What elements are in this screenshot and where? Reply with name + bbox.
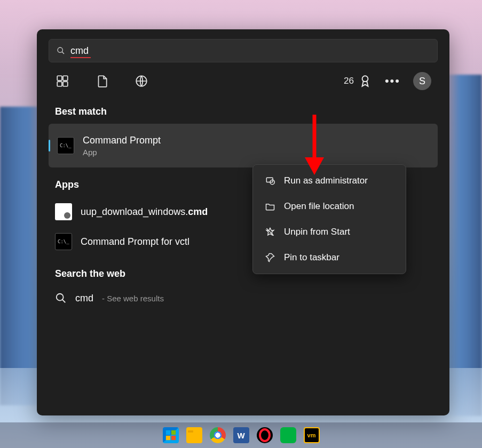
- svg-line-9: [62, 300, 66, 303]
- ctx-label: Unpin from Start: [284, 227, 350, 237]
- filter-documents-icon[interactable]: [94, 74, 109, 89]
- ctx-label: Run as administrator: [284, 175, 368, 186]
- web-hint: - See web results: [102, 294, 164, 303]
- search-input[interactable]: cmd: [49, 39, 438, 62]
- svg-point-0: [58, 47, 62, 52]
- search-icon: [57, 46, 65, 55]
- svg-rect-17: [165, 436, 170, 440]
- svg-rect-18: [171, 436, 175, 440]
- best-match-title: Command Prompt: [83, 135, 161, 146]
- web-result[interactable]: cmd - See web results: [37, 286, 449, 310]
- ctx-label: Open file location: [284, 201, 354, 212]
- rewards-icon: [358, 74, 372, 88]
- ctx-run-as-admin[interactable]: Run as administrator: [253, 168, 406, 194]
- context-menu: Run as administrator Open file location …: [252, 164, 406, 274]
- batch-file-icon: [55, 203, 72, 220]
- more-options-button[interactable]: •••: [385, 74, 400, 88]
- command-prompt-icon: C:\_: [57, 137, 74, 154]
- best-match-result[interactable]: C:\_ Command Prompt App: [49, 124, 438, 167]
- svg-rect-2: [57, 76, 62, 81]
- ctx-label: Pin to taskbar: [284, 252, 339, 263]
- command-prompt-icon: C:\_: [55, 233, 72, 250]
- web-query: cmd: [75, 293, 93, 304]
- svg-rect-5: [63, 82, 68, 86]
- taskbar-app-green[interactable]: [280, 427, 296, 443]
- taskbar-opera[interactable]: [257, 427, 273, 443]
- taskbar-word[interactable]: W: [233, 427, 249, 443]
- section-best-match: Best match: [37, 94, 449, 124]
- best-match-subtitle: App: [83, 148, 161, 157]
- shield-icon: [265, 175, 275, 186]
- avatar-initial: S: [419, 76, 425, 87]
- svg-rect-16: [171, 430, 175, 435]
- svg-rect-15: [165, 430, 170, 435]
- pin-icon: [265, 252, 275, 263]
- ctx-unpin-from-start[interactable]: Unpin from Start: [253, 219, 406, 245]
- search-icon: [55, 292, 67, 304]
- svg-rect-4: [57, 82, 62, 86]
- ctx-open-file-location[interactable]: Open file location: [253, 194, 406, 219]
- filter-row: 26 ••• S: [37, 62, 449, 94]
- svg-point-7: [362, 76, 368, 82]
- app-result-0-label: uup_download_windows.cmd: [81, 206, 208, 218]
- taskbar: W vm: [0, 422, 482, 448]
- search-query-text: cmd: [70, 45, 89, 57]
- start-button[interactable]: [163, 427, 179, 443]
- svg-point-8: [57, 294, 64, 301]
- rewards-indicator[interactable]: 26: [344, 74, 372, 88]
- taskbar-chrome[interactable]: [210, 427, 226, 443]
- unpin-icon: [265, 227, 275, 237]
- taskbar-vmware[interactable]: vm: [304, 427, 320, 443]
- folder-icon: [265, 201, 275, 212]
- taskbar-file-explorer[interactable]: [186, 427, 202, 443]
- filter-apps-icon[interactable]: [55, 74, 70, 89]
- user-avatar[interactable]: S: [413, 72, 431, 90]
- rewards-points: 26: [344, 76, 354, 86]
- ctx-pin-to-taskbar[interactable]: Pin to taskbar: [253, 245, 406, 270]
- wallpaper-trees-right: [445, 75, 482, 416]
- filter-web-icon[interactable]: [134, 74, 149, 89]
- svg-rect-3: [63, 76, 68, 81]
- spellcheck-underline: [70, 57, 91, 58]
- svg-line-1: [62, 52, 64, 54]
- app-result-1-label: Command Prompt for vctl: [81, 236, 189, 247]
